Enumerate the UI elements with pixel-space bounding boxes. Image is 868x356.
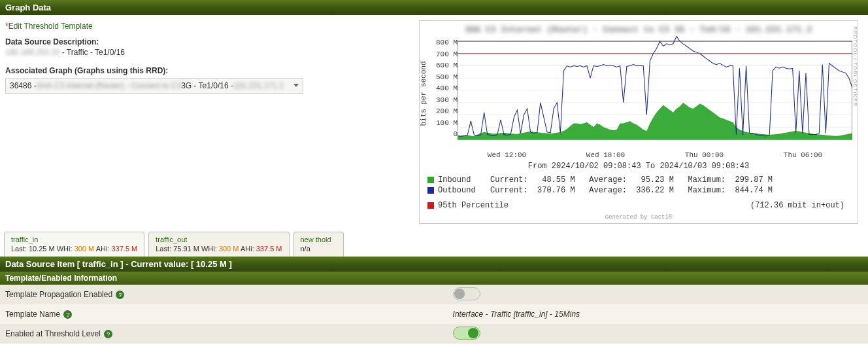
graph-title: SHA C3 Internet (Router) - Connect to C3… <box>420 21 858 36</box>
x-ticks: Wed 12:00Wed 18:00Thu 00:00Thu 06:00 <box>458 151 852 159</box>
graph-range: From 2024/10/02 09:08:43 To 2024/10/03 0… <box>420 159 858 175</box>
tab-traffic-out[interactable]: traffic_out Last: 75.91 M WHi: 300 M AHi… <box>148 232 289 257</box>
toggle-enabled-threshold[interactable] <box>453 327 480 340</box>
legend-inbound: Inbound Current: 48.55 M Average: 95.23 … <box>427 175 850 185</box>
traffic-graph: RRDTOOL / TOBI OETIKER SHA C3 Internet (… <box>419 20 858 224</box>
ds-item-header: Data Source Item [ traffic_in ] - Curren… <box>0 257 868 272</box>
row-template-propagation: Template Propagation Enabled ? <box>0 285 868 304</box>
row-enabled-threshold: Enabled at Threshold Level ? <box>0 324 868 344</box>
toggle-template-propagation[interactable] <box>453 287 480 300</box>
graph-data-header: Graph Data <box>0 0 868 15</box>
tab-new-thold[interactable]: new thold n/a <box>293 232 344 257</box>
swatch-95th <box>427 202 434 209</box>
chart-svg <box>458 36 852 151</box>
y-ticks: 800 M700 M600 M500 M400 M300 M200 M100 M… <box>431 36 458 138</box>
assoc-graph-label: Associated Graph (Graphs using this RRD)… <box>5 66 414 75</box>
left-pane: *Edit Threshold Template Data Source Des… <box>0 15 419 100</box>
template-name-value: Interface - Traffic [traffic_in] - 15Min… <box>452 304 868 324</box>
settings-table: Template Propagation Enabled ? Template … <box>0 285 868 344</box>
y-axis-label: bits per second <box>420 36 431 151</box>
ds-tabs: traffic_in Last: 10.25 M WHi: 300 M AHi:… <box>0 229 868 257</box>
help-icon[interactable]: ? <box>116 291 124 299</box>
generated-by: Generated by Cacti® <box>420 213 858 223</box>
help-icon[interactable]: ? <box>104 330 112 338</box>
ds-desc-value: 180.169.253.33 - Traffic - Te1/0/16 <box>5 48 414 57</box>
legend-outbound: Outbound Current: 370.76 M Average: 336.… <box>427 185 850 196</box>
swatch-inbound <box>427 177 434 183</box>
row-template-name: Template Name ? Interface - Traffic [tra… <box>0 304 868 324</box>
rrdtool-watermark: RRDTOOL / TOBI OETIKER <box>852 26 858 107</box>
edit-threshold-link[interactable]: *Edit Threshold Template <box>5 22 414 31</box>
swatch-outbound <box>427 187 434 194</box>
right-pane: RRDTOOL / TOBI OETIKER SHA C3 Internet (… <box>419 15 858 229</box>
legend-95th: 95th Percentile (712.36 mbit in+out) <box>427 200 850 210</box>
graph-canvas: bits per second 800 M700 M600 M500 M400 … <box>420 36 858 151</box>
legend: Inbound Current: 48.55 M Average: 95.23 … <box>420 175 858 213</box>
tab-traffic-in[interactable]: traffic_in Last: 10.25 M WHi: 300 M AHi:… <box>4 232 144 257</box>
top-layout: *Edit Threshold Template Data Source Des… <box>0 15 868 229</box>
ds-desc-label: Data Source Description: <box>5 37 414 46</box>
graph-data-title: Graph Data <box>5 3 51 12</box>
assoc-graph-select[interactable]: 36486 - SHA C3 Internet (Router) - Conne… <box>5 78 303 94</box>
template-enabled-header: Template/Enabled Information <box>0 272 868 285</box>
help-icon[interactable]: ? <box>63 310 72 319</box>
